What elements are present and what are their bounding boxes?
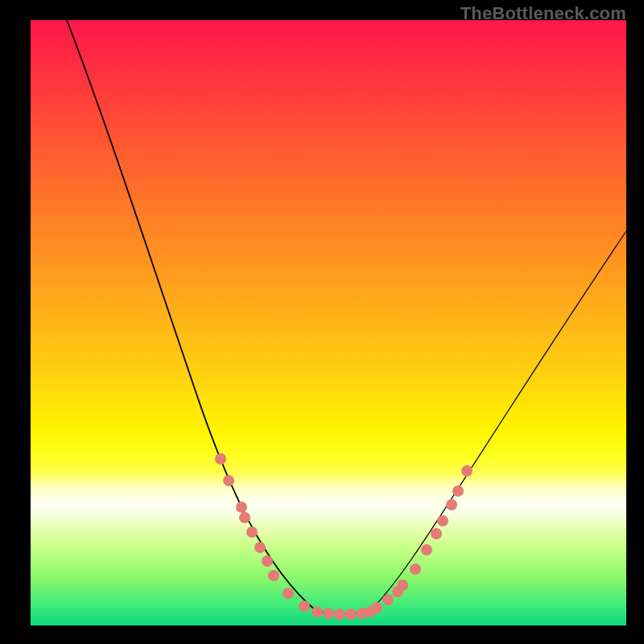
- svg-point-24: [446, 499, 457, 510]
- beads-trough: [312, 606, 376, 620]
- svg-point-2: [236, 502, 247, 513]
- beads-right: [371, 465, 473, 613]
- plot-area: [31, 20, 626, 625]
- svg-point-1: [223, 475, 234, 486]
- svg-point-16: [371, 602, 382, 613]
- curve-left-arm: [67, 20, 317, 612]
- svg-point-0: [215, 453, 226, 464]
- chart-frame: TheBottleneck.com: [0, 0, 644, 644]
- svg-point-17: [382, 594, 394, 605]
- svg-point-3: [239, 512, 250, 523]
- svg-point-6: [262, 555, 273, 567]
- svg-point-7: [268, 570, 279, 581]
- curve-layer: [31, 20, 626, 625]
- curve-right-arm: [369, 231, 626, 612]
- svg-point-4: [246, 526, 258, 538]
- svg-point-12: [334, 609, 345, 620]
- svg-point-10: [312, 606, 323, 617]
- svg-point-23: [437, 515, 448, 526]
- svg-point-13: [345, 609, 357, 620]
- svg-point-22: [431, 528, 442, 539]
- svg-point-8: [283, 588, 294, 599]
- svg-point-20: [410, 564, 421, 575]
- svg-point-11: [323, 608, 334, 619]
- beads-left: [215, 453, 310, 612]
- svg-point-9: [299, 601, 310, 612]
- svg-point-19: [397, 580, 408, 591]
- svg-point-5: [254, 542, 266, 553]
- svg-point-21: [421, 544, 432, 555]
- svg-point-26: [461, 465, 473, 477]
- svg-point-25: [452, 485, 464, 497]
